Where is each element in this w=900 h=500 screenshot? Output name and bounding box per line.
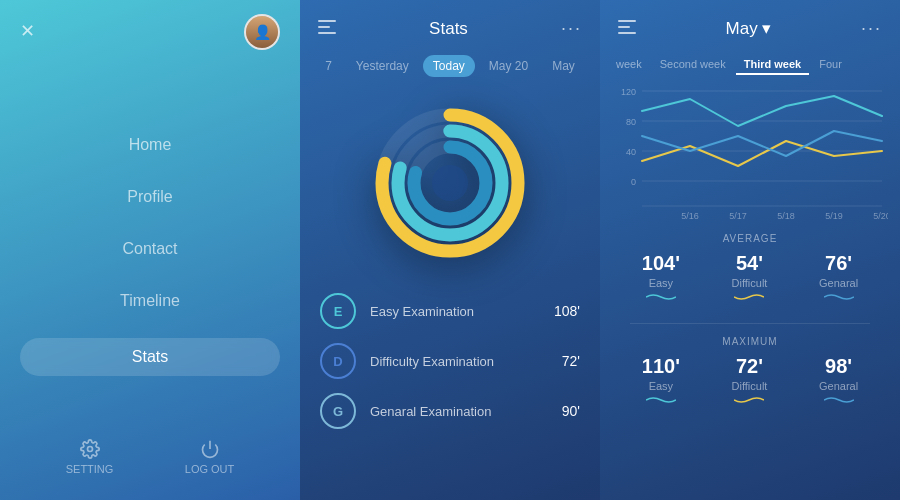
exam-list: E Easy Examination 108' D Difficulty Exa… bbox=[300, 293, 600, 429]
right-panel: May ▾ ··· week Second week Third week Fo… bbox=[600, 0, 900, 500]
tab-may[interactable]: May bbox=[542, 55, 585, 77]
average-section: AVERAGE 104' Easy 54' Difficult 76' Gena… bbox=[600, 225, 900, 319]
week-second[interactable]: Second week bbox=[652, 55, 734, 75]
max-easy-label: Easy bbox=[649, 380, 673, 392]
setting-action[interactable]: SETTING bbox=[66, 439, 114, 475]
nav-item-profile[interactable]: Profile bbox=[20, 182, 280, 212]
svg-point-11 bbox=[432, 165, 468, 201]
mid-panel: Stats ··· 7 Yesterday Today May 20 May E… bbox=[300, 0, 600, 500]
setting-label: SETTING bbox=[66, 463, 114, 475]
exam-label-diff: Difficulty Examination bbox=[370, 354, 548, 369]
exam-gen: G Genaral Examination 90' bbox=[320, 393, 580, 429]
tab-7[interactable]: 7 bbox=[315, 55, 342, 77]
mid-title: Stats bbox=[429, 19, 468, 39]
nav-item-contact[interactable]: Contact bbox=[20, 234, 280, 264]
divider bbox=[630, 323, 870, 324]
svg-text:80: 80 bbox=[626, 117, 636, 127]
avg-gen-label: Genaral bbox=[819, 277, 858, 289]
tab-may20[interactable]: May 20 bbox=[479, 55, 538, 77]
right-title[interactable]: May ▾ bbox=[726, 18, 772, 39]
mid-header: Stats ··· bbox=[300, 0, 600, 49]
gear-icon bbox=[80, 439, 100, 459]
svg-text:5/16: 5/16 bbox=[681, 211, 699, 221]
svg-rect-4 bbox=[318, 32, 336, 34]
exam-value-easy: 108' bbox=[554, 303, 580, 319]
avg-easy-value: 104' bbox=[642, 252, 680, 275]
line-chart: 120 80 40 0 5/16 5/17 5/18 5/19 5/20 bbox=[612, 81, 888, 221]
mid-menu-icon[interactable] bbox=[318, 20, 336, 38]
max-gen-value: 98' bbox=[825, 355, 852, 378]
svg-text:0: 0 bbox=[631, 177, 636, 187]
close-button[interactable]: ✕ bbox=[20, 20, 35, 42]
svg-text:40: 40 bbox=[626, 147, 636, 157]
max-diff-value: 72' bbox=[736, 355, 763, 378]
max-diff: 72' Difficult bbox=[732, 355, 768, 404]
tab-today[interactable]: Today bbox=[423, 55, 475, 77]
week-fourth[interactable]: Four bbox=[811, 55, 850, 75]
svg-rect-3 bbox=[318, 26, 330, 28]
average-grid: 104' Easy 54' Difficult 76' Genaral bbox=[616, 252, 884, 301]
donut-chart bbox=[370, 103, 530, 263]
exam-label-easy: Easy Examination bbox=[370, 304, 540, 319]
nav-menu: Home Profile Contact Timeline Stats bbox=[20, 130, 280, 376]
max-gen-label: Genaral bbox=[819, 380, 858, 392]
svg-text:5/20: 5/20 bbox=[873, 211, 888, 221]
mid-tab-bar: 7 Yesterday Today May 20 May bbox=[300, 49, 600, 83]
exam-value-gen: 90' bbox=[562, 403, 580, 419]
svg-rect-13 bbox=[618, 26, 630, 28]
maximum-title: MAXIMUM bbox=[616, 336, 884, 347]
average-title: AVERAGE bbox=[616, 233, 884, 244]
avg-diff: 54' Difficult bbox=[732, 252, 768, 301]
power-icon bbox=[200, 439, 220, 459]
svg-text:5/19: 5/19 bbox=[825, 211, 843, 221]
exam-label-gen: Genaral Examination bbox=[370, 404, 548, 419]
max-diff-label: Difficult bbox=[732, 380, 768, 392]
max-gen: 98' Genaral bbox=[819, 355, 858, 404]
exam-diff: D Difficulty Examination 72' bbox=[320, 343, 580, 379]
mid-dots-icon[interactable]: ··· bbox=[561, 18, 582, 39]
nav-item-timeline[interactable]: Timeline bbox=[20, 286, 280, 316]
svg-text:120: 120 bbox=[621, 87, 636, 97]
maximum-section: MAXIMUM 110' Easy 72' Difficult 98' Gena… bbox=[600, 328, 900, 422]
exam-badge-diff: D bbox=[320, 343, 356, 379]
max-easy: 110' Easy bbox=[642, 355, 680, 404]
avg-diff-label: Difficult bbox=[732, 277, 768, 289]
svg-rect-2 bbox=[318, 20, 336, 22]
avg-gen: 76' Genaral bbox=[819, 252, 858, 301]
chart-area: 120 80 40 0 5/16 5/17 5/18 5/19 5/20 bbox=[600, 81, 900, 225]
week-bar: week Second week Third week Four bbox=[600, 49, 900, 81]
right-header: May ▾ ··· bbox=[600, 0, 900, 49]
week-first[interactable]: week bbox=[608, 55, 650, 75]
maximum-grid: 110' Easy 72' Difficult 98' Genaral bbox=[616, 355, 884, 404]
svg-text:5/17: 5/17 bbox=[729, 211, 747, 221]
exam-value-diff: 72' bbox=[562, 353, 580, 369]
right-menu-icon[interactable] bbox=[618, 20, 636, 38]
avg-easy-label: Easy bbox=[649, 277, 673, 289]
svg-text:5/18: 5/18 bbox=[777, 211, 795, 221]
nav-item-home[interactable]: Home bbox=[20, 130, 280, 160]
exam-badge-easy: E bbox=[320, 293, 356, 329]
exam-badge-gen: G bbox=[320, 393, 356, 429]
svg-point-0 bbox=[87, 447, 92, 452]
bottom-actions: SETTING LOG OUT bbox=[0, 439, 300, 475]
tab-yesterday[interactable]: Yesterday bbox=[346, 55, 419, 77]
left-panel: ✕ 👤 Home Profile Contact Timeline Stats … bbox=[0, 0, 300, 500]
max-easy-value: 110' bbox=[642, 355, 680, 378]
avg-easy: 104' Easy bbox=[642, 252, 680, 301]
avg-gen-value: 76' bbox=[825, 252, 852, 275]
nav-item-stats[interactable]: Stats bbox=[20, 338, 280, 376]
logout-label: LOG OUT bbox=[185, 463, 235, 475]
right-dots-icon[interactable]: ··· bbox=[861, 18, 882, 39]
svg-rect-14 bbox=[618, 32, 636, 34]
svg-rect-12 bbox=[618, 20, 636, 22]
avatar: 👤 bbox=[244, 14, 280, 50]
logout-action[interactable]: LOG OUT bbox=[185, 439, 235, 475]
exam-easy: E Easy Examination 108' bbox=[320, 293, 580, 329]
week-third[interactable]: Third week bbox=[736, 55, 809, 75]
avg-diff-value: 54' bbox=[736, 252, 763, 275]
